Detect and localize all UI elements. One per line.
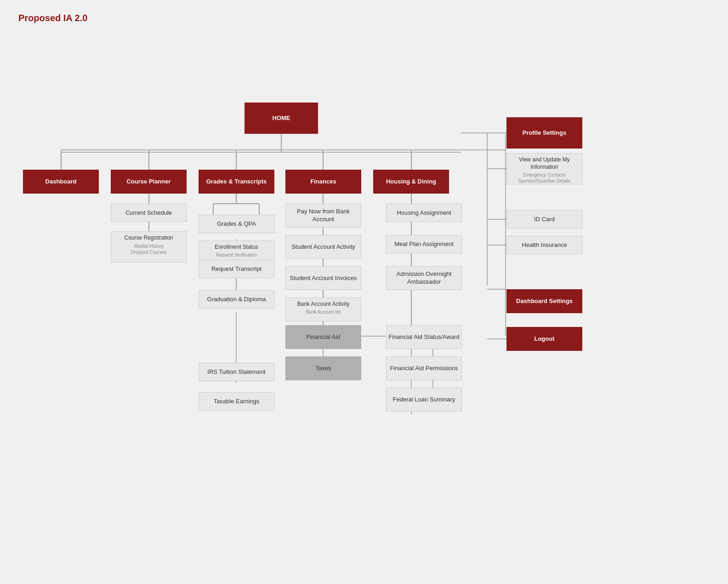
view-update-node[interactable]: View and Update My Information Emergency… bbox=[506, 153, 582, 184]
grades-transcripts-node[interactable]: Grades & Transcripts bbox=[199, 170, 274, 194]
housing-dining-node[interactable]: Housing & Dining bbox=[373, 170, 449, 194]
pay-now-node[interactable]: Pay Now from Bank Account bbox=[285, 204, 361, 228]
profile-settings-node[interactable]: Profile Settings bbox=[506, 117, 582, 149]
taxable-earnings-node[interactable]: Taxable Earnings bbox=[199, 392, 274, 411]
financial-aid-permissions-node[interactable]: Financial Aid Permissions bbox=[386, 356, 462, 380]
current-schedule-node[interactable]: Current Schedule bbox=[111, 204, 187, 222]
request-transcript-node[interactable]: Request Transcript bbox=[199, 260, 274, 278]
id-card-node[interactable]: ID Card bbox=[506, 210, 582, 229]
student-account-invoices-node[interactable]: Student Account Invoices bbox=[285, 266, 361, 290]
financial-aid-status-node[interactable]: Financial Aid Status/Award bbox=[386, 325, 462, 349]
home-node[interactable]: HOME bbox=[245, 103, 318, 134]
grades-qpa-node[interactable]: Grades & QPA bbox=[199, 215, 274, 233]
federal-loan-summary-node[interactable]: Federal Loan Summary bbox=[386, 388, 462, 412]
course-registration-node[interactable]: Course Registration Waitlist History Dro… bbox=[111, 231, 187, 263]
admission-overnight-node[interactable]: Admission Overnight Ambassador bbox=[386, 266, 462, 290]
financial-aid-node[interactable]: Financial Aid bbox=[285, 325, 361, 349]
bank-account-activity-node[interactable]: Bank Account Activity Bank Account list bbox=[285, 298, 361, 321]
taxes-node[interactable]: Taxes bbox=[285, 356, 361, 380]
finances-node[interactable]: Finances bbox=[285, 170, 361, 194]
meal-plan-assignment-node[interactable]: Meal Plan Assignment bbox=[386, 235, 462, 253]
graduation-diploma-node[interactable]: Graduation & Diploma bbox=[199, 290, 274, 309]
student-account-activity-node[interactable]: Student Account Activity bbox=[285, 235, 361, 259]
course-planner-node[interactable]: Course Planner bbox=[111, 170, 187, 194]
dashboard-settings-node[interactable]: Dashboard Settings bbox=[506, 289, 582, 313]
irs-tuition-node[interactable]: IRS Tuition Statement bbox=[199, 363, 274, 381]
page-title: Proposed IA 2.0 bbox=[0, 0, 728, 33]
logout-node[interactable]: Logout bbox=[506, 327, 582, 351]
dashboard-node[interactable]: Dashboard bbox=[23, 170, 99, 194]
housing-assignment-node[interactable]: Housing Assignment bbox=[386, 204, 462, 222]
health-insurance-node[interactable]: Health Insurance bbox=[506, 236, 582, 254]
